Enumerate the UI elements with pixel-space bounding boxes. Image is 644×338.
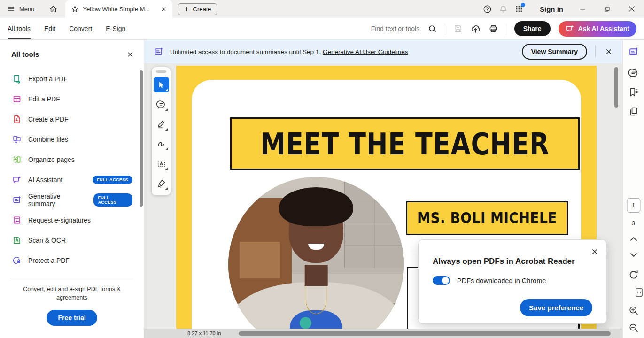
- search-input[interactable]: [371, 25, 424, 32]
- sidebar-item-create-pdf[interactable]: Create a PDF: [0, 109, 144, 129]
- window-controls: [579, 5, 636, 13]
- full-access-badge: FULL ACCESS: [93, 193, 132, 207]
- hamburger-icon: [7, 5, 15, 13]
- banner-close-icon[interactable]: [604, 46, 614, 57]
- tab-all-tools[interactable]: All tools: [8, 19, 31, 39]
- sidebar-item-label: Organize pages: [28, 156, 75, 163]
- find-search-field[interactable]: [371, 24, 437, 33]
- tab-esign[interactable]: E-Sign: [106, 19, 125, 39]
- current-page-input[interactable]: [627, 198, 640, 213]
- request-esignatures-icon: [12, 215, 22, 225]
- draw-tool-button[interactable]: [154, 136, 169, 152]
- notification-dot: [521, 3, 525, 7]
- teacher-name-box: MS. BOLI MICHELE: [406, 201, 568, 235]
- pdfs-in-chrome-toggle[interactable]: [433, 276, 450, 285]
- generative-summary-panel-button[interactable]: [628, 46, 639, 57]
- comment-icon: [156, 100, 166, 109]
- flyout-indicator: [165, 168, 168, 170]
- toolbar-tabs: All tools Edit Convert E-Sign: [8, 19, 125, 39]
- tab-close-icon[interactable]: [161, 6, 167, 12]
- menu-label: Menu: [19, 6, 35, 13]
- menu-button[interactable]: Menu: [7, 5, 35, 13]
- select-tool-button[interactable]: [154, 77, 169, 92]
- app-launcher-grid-icon[interactable]: [515, 5, 523, 13]
- create-button[interactable]: Create: [178, 3, 217, 15]
- add-text-tool-button[interactable]: [154, 156, 169, 171]
- sidebar-item-request-esignatures[interactable]: Request e-signatures: [0, 210, 144, 230]
- sidebar-item-protect-pdf[interactable]: Protect a PDF: [0, 250, 144, 270]
- upsell-text: Convert, edit and e-sign PDF forms & agr…: [13, 285, 131, 302]
- titlebar: Menu Yellow White Simple M... Create Sig…: [0, 0, 644, 18]
- star-icon[interactable]: [71, 5, 79, 13]
- all-tools-panel: All tools Export a PDF Edit a PDF Create…: [0, 40, 144, 338]
- bookmarks-panel-button[interactable]: [628, 87, 639, 98]
- guidelines-link[interactable]: Generative AI User Guidelines: [323, 48, 408, 55]
- sidebar-item-edit-pdf[interactable]: Edit a PDF: [0, 89, 144, 109]
- bottom-status-bar: 8.27 x 11.70 in: [144, 329, 622, 338]
- rotate-page-button[interactable]: [628, 269, 639, 280]
- toolbar-divider: [445, 23, 445, 34]
- titlebar-right: Sign in: [483, 5, 644, 14]
- save-icon[interactable]: [453, 24, 463, 33]
- organize-pages-icon: [12, 155, 22, 164]
- doc-title-box: MEET THE TEACHER: [230, 117, 580, 170]
- previous-page-button[interactable]: [630, 236, 637, 242]
- free-trial-button[interactable]: Free trial: [47, 310, 97, 326]
- search-icon[interactable]: [428, 24, 437, 33]
- panel-close-icon[interactable]: [127, 51, 133, 58]
- toolbar-drag-handle[interactable]: [156, 70, 166, 73]
- share-button[interactable]: Share: [514, 21, 551, 36]
- highlight-tool-button[interactable]: [154, 116, 169, 132]
- tools-list: Export a PDF Edit a PDF Create a PDF Com…: [0, 69, 144, 270]
- document-tab[interactable]: Yellow White Simple M...: [65, 0, 172, 18]
- view-summary-button[interactable]: View Summary: [522, 44, 587, 60]
- scan-ocr-icon: [12, 236, 22, 245]
- sidebar-item-label: Request e-signatures: [28, 216, 91, 224]
- comments-panel-button[interactable]: [628, 68, 639, 78]
- zoom-in-button[interactable]: [628, 305, 639, 316]
- right-rail: 3 1:1: [622, 40, 644, 338]
- tab-convert[interactable]: Convert: [69, 19, 92, 39]
- page-thumbnails-panel-button[interactable]: [628, 106, 639, 117]
- combine-files-icon: [12, 135, 22, 144]
- create-pdf-icon: [12, 115, 22, 124]
- ask-ai-assistant-button[interactable]: Ask AI Assistant: [559, 21, 636, 37]
- zoom-out-button[interactable]: [628, 323, 639, 333]
- protect-pdf-icon: [12, 256, 22, 265]
- minimize-button[interactable]: [579, 6, 586, 13]
- notifications-bell-icon[interactable]: [499, 5, 508, 14]
- pencil-icon: [156, 119, 166, 129]
- help-button[interactable]: [483, 5, 492, 14]
- sidebar-item-scan-ocr[interactable]: Scan & OCR: [0, 230, 144, 250]
- print-icon[interactable]: [489, 24, 498, 33]
- restore-button[interactable]: [604, 6, 611, 13]
- sidebar-item-label: Generative summary: [28, 192, 87, 207]
- save-preference-button[interactable]: Save preference: [520, 299, 592, 316]
- actual-size-button[interactable]: 1:1: [634, 287, 644, 298]
- comment-tool-button[interactable]: [154, 97, 169, 112]
- banner-message-text: Unlimited access to document summaries u…: [170, 48, 321, 55]
- sign-in-button[interactable]: Sign in: [540, 5, 563, 13]
- toolbar-divider: [506, 23, 506, 34]
- banner-message: Unlimited access to document summaries u…: [170, 48, 408, 55]
- home-button[interactable]: [49, 5, 58, 14]
- sidebar-item-export-pdf[interactable]: Export a PDF: [0, 69, 144, 89]
- tab-edit[interactable]: Edit: [44, 19, 55, 39]
- sidebar-item-ai-assistant[interactable]: AI Assistant FULL ACCESS: [0, 169, 144, 190]
- close-window-button[interactable]: [628, 5, 636, 13]
- photo-person-hair: [279, 187, 353, 226]
- next-page-button[interactable]: [630, 252, 637, 258]
- upload-cloud-icon[interactable]: [471, 24, 481, 34]
- sidebar-item-combine-files[interactable]: Combine files: [0, 129, 144, 149]
- sidebar-item-organize-pages[interactable]: Organize pages: [0, 149, 144, 169]
- popup-close-icon[interactable]: [591, 248, 598, 255]
- create-label: Create: [193, 6, 211, 13]
- fill-sign-tool-button[interactable]: [154, 176, 169, 191]
- export-pdf-icon: [12, 74, 22, 84]
- full-access-badge: FULL ACCESS: [93, 176, 132, 184]
- vertical-scrollbar[interactable]: [614, 67, 618, 108]
- sidebar-item-generative-summary[interactable]: Generative summary FULL ACCESS: [0, 190, 144, 210]
- summary-banner: Unlimited access to document summaries u…: [144, 40, 622, 63]
- sidebar-scrollbar[interactable]: [140, 70, 143, 207]
- horizontal-scrollbar[interactable]: [239, 331, 611, 336]
